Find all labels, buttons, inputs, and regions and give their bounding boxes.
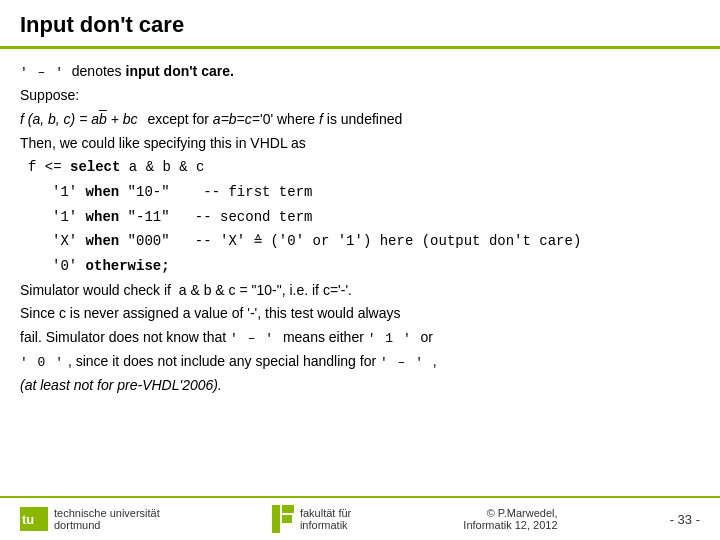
faculty-info: fakultät für informatik [300,507,351,531]
dash-0: ' 0 ' [20,355,64,370]
line-second-term: '1' when "-11" -- second term [52,206,700,229]
code-otherwise: '0' otherwise; [52,258,170,274]
bold-phrase: input don't care. [126,63,234,79]
line-denotes: ' – ' denotes input don't care. [20,61,700,83]
italic-note: (at least not for pre-VHDL'2006). [20,377,222,393]
line-simulator4: ' 0 ' , since it does not include any sp… [20,351,700,373]
fi-logo-svg [272,505,294,533]
dash-symbol2: ' – ' [230,331,283,346]
code-x-term: 'X' when "000" -- 'X' ≙ ('0' or '1') her… [52,233,581,249]
dash-symbol: ' – ' [20,65,64,80]
page-number: - 33 - [670,512,700,527]
footer-center: fakultät für informatik [272,505,351,533]
line-x-term: 'X' when "000" -- 'X' ≙ ('0' or '1') her… [52,230,700,253]
line-simulator2: Since c is never assigned a value of '-'… [20,303,700,325]
slide-title: Input don't care [20,12,184,37]
svg-rect-2 [272,505,280,533]
formula-except: except for a=b=c='0' where f is undefine… [144,109,403,131]
line-fselect: f <= select a & b & c [28,156,700,179]
faculty-name: fakultät für [300,507,351,519]
university-info: technische universität dortmund [54,507,160,531]
code-first-term: '1' when "10-" -- first term [52,184,312,200]
line-note: (at least not for pre-VHDL'2006). [20,375,700,397]
footer-left: tu technische universität dortmund [20,507,160,531]
tu-logo: tu [20,507,48,531]
line-simulator3: fail. Simulator does not know that ' – '… [20,327,700,349]
content-area: ' – ' denotes input don't care. Suppose:… [0,49,720,496]
svg-rect-3 [282,505,294,513]
code-second-term: '1' when "-11" -- second term [52,209,312,225]
svg-rect-4 [282,515,292,523]
formula-line: f (a, b, c) = ab + bc except for a=b=c='… [20,109,700,131]
university-city: dortmund [54,519,160,531]
footer: tu technische universität dortmund fakul… [0,496,720,540]
dash-1: ' 1 ' [368,331,421,346]
faculty-dept: informatik [300,519,351,531]
fi-logo-container: fakultät für informatik [272,505,351,533]
title-bar: Input don't care [0,0,720,49]
copyright: © P.Marwedel, [487,507,558,519]
university-name: technische universität [54,507,160,519]
tu-logo-svg: tu [20,507,48,531]
line-simulator1: Simulator would check if a & b & c = "10… [20,280,700,302]
line-otherwise: '0' otherwise; [52,255,700,278]
code-fselect: f <= select a & b & c [28,159,204,175]
line-then: Then, we could like specifying this in V… [20,133,700,155]
line-suppose: Suppose: [20,85,700,107]
dash-symbol3: ' – ' [380,355,433,370]
slide-container: Input don't care ' – ' denotes input don… [0,0,720,540]
formula-math: f (a, b, c) = ab + bc [20,109,138,131]
line-first-term: '1' when "10-" -- first term [52,181,700,204]
course: Informatik 12, 2012 [463,519,557,531]
footer-right: © P.Marwedel, Informatik 12, 2012 [463,507,557,531]
svg-text:tu: tu [22,512,34,527]
